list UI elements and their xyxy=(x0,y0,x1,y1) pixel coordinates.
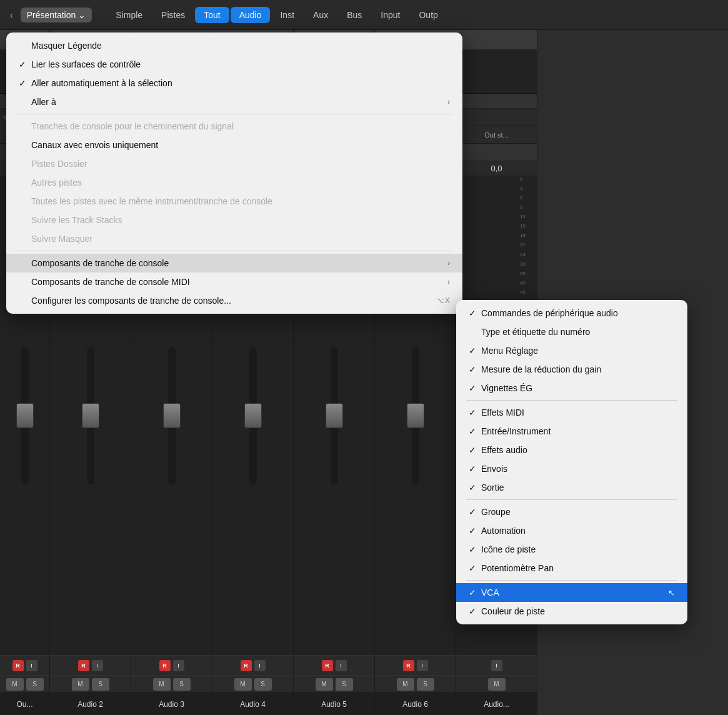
sub-type-etiquette[interactable]: Type et étiquette du numéro xyxy=(456,322,687,341)
record-button-1[interactable]: R xyxy=(12,660,24,671)
input-button-1[interactable]: I xyxy=(26,660,37,671)
fader-thumb-2[interactable] xyxy=(82,403,99,428)
fader-track-3[interactable] xyxy=(168,347,176,484)
menu-label-aller-a: Aller à xyxy=(31,97,56,107)
tab-outp[interactable]: Outp xyxy=(410,7,446,23)
fader-track-1[interactable] xyxy=(21,347,29,484)
sub-check-commandes: ✓ xyxy=(469,308,481,318)
sub-separator-1 xyxy=(466,400,677,401)
sub-menu-reglage[interactable]: ✓ Menu Réglage xyxy=(456,341,687,360)
tab-inst[interactable]: Inst xyxy=(271,7,303,23)
menu-label-autres-pistes: Autres pistes xyxy=(31,178,82,188)
arrow-aller-a: › xyxy=(447,98,450,106)
sub-potentiometre-pan[interactable]: ✓ Potentiomètre Pan xyxy=(456,559,687,578)
solo-button-1[interactable]: S xyxy=(26,678,44,691)
tab-simple[interactable]: Simple xyxy=(107,7,151,23)
tab-aux[interactable]: Aux xyxy=(304,7,337,23)
record-button-5[interactable]: R xyxy=(322,660,333,671)
solo-button-5[interactable]: S xyxy=(336,678,353,691)
fader-track-2[interactable] xyxy=(87,347,94,484)
tab-tout[interactable]: Tout xyxy=(195,7,229,23)
menu-label-composants-midi: Composants de tranche de console MIDI xyxy=(31,277,190,287)
channel-in-7 xyxy=(456,94,537,109)
menu-suivre-stacks: Suivre les Track Stacks xyxy=(6,211,462,229)
sub-effets-midi[interactable]: ✓ Effets MIDI xyxy=(456,403,687,422)
menu-autres-pistes: Autres pistes xyxy=(6,173,462,192)
sub-label-vignettes: Vignettes ÉG xyxy=(481,383,532,393)
fader-track-5[interactable] xyxy=(331,347,338,484)
tab-pistes[interactable]: Pistes xyxy=(152,7,194,23)
shortcut-configurer: ⌥X xyxy=(436,296,450,305)
fader-thumb-1[interactable] xyxy=(16,403,34,428)
fader-thumb-6[interactable] xyxy=(407,403,424,428)
sub-entree-instrument[interactable]: ✓ Entrée/Instrument xyxy=(456,422,687,441)
input-button-6[interactable]: I xyxy=(417,660,428,671)
check-aller-auto: ✓ xyxy=(19,78,31,88)
arrow-composants: › xyxy=(447,259,450,268)
presentation-button[interactable]: Présentation ⌄ xyxy=(21,8,92,22)
sub-effets-audio[interactable]: ✓ Effets audio xyxy=(456,441,687,459)
channel-name-5: Audio 5 xyxy=(294,692,374,715)
sub-envois[interactable]: ✓ Envois xyxy=(456,459,687,478)
menu-aller-auto[interactable]: ✓ Aller automatiquement à la sélection xyxy=(6,74,462,92)
sub-vca[interactable]: ✓ VCA ↖ xyxy=(456,583,687,602)
sub-separator-2 xyxy=(466,499,677,500)
input-button-3[interactable]: I xyxy=(173,660,184,671)
back-arrow-icon[interactable]: ‹ xyxy=(5,8,18,22)
sub-groupe[interactable]: ✓ Groupe xyxy=(456,502,687,521)
menu-aller-a[interactable]: Aller à › xyxy=(6,92,462,111)
fader-track-6[interactable] xyxy=(412,347,419,484)
sub-automation[interactable]: ✓ Automation xyxy=(456,521,687,540)
mute-button-7[interactable]: M xyxy=(488,678,506,691)
menu-configurer-composants[interactable]: Configurer les composants de tranche de … xyxy=(6,291,462,310)
tab-bus[interactable]: Bus xyxy=(338,7,371,23)
sub-label-envois: Envois xyxy=(481,464,507,474)
channel-name-4: Audio 4 xyxy=(212,692,293,715)
menu-label-configurer: Configurer les composants de tranche de … xyxy=(31,296,231,306)
solo-button-2[interactable]: S xyxy=(92,678,109,691)
fader-thumb-5[interactable] xyxy=(326,403,343,428)
menu-label-suivre-stacks: Suivre les Track Stacks xyxy=(31,215,122,225)
input-button-4[interactable]: I xyxy=(254,660,266,671)
mute-button-6[interactable]: M xyxy=(397,678,414,691)
menu-suivre-masquer: Suivre Masquer xyxy=(6,229,462,248)
sub-commandes-audio[interactable]: ✓ Commandes de périphérique audio xyxy=(456,304,687,322)
menu-masquer-legende[interactable]: Masquer Légende xyxy=(6,36,462,55)
menu-composants-midi[interactable]: Composants de tranche de console MIDI › xyxy=(6,272,462,291)
menu-tranches-signal: Tranches de console pour le cheminement … xyxy=(6,117,462,136)
presentation-dropdown-icon: ⌄ xyxy=(78,10,86,20)
sub-vignettes-eg[interactable]: ✓ Vignettes ÉG xyxy=(456,379,687,398)
fader-track-4[interactable] xyxy=(249,347,257,484)
record-button-3[interactable]: R xyxy=(159,660,171,671)
record-button-4[interactable]: R xyxy=(241,660,252,671)
sub-check-mesure: ✓ xyxy=(469,364,481,374)
tab-input[interactable]: Input xyxy=(372,7,409,23)
sub-icone-piste[interactable]: ✓ Icône de piste xyxy=(456,540,687,559)
sub-check-vignettes: ✓ xyxy=(469,383,481,393)
fader-thumb-4[interactable] xyxy=(244,403,262,428)
channel-ms-row-5: M S xyxy=(294,675,374,692)
solo-button-4[interactable]: S xyxy=(254,678,272,691)
menu-lier-surfaces[interactable]: ✓ Lier les surfaces de contrôle xyxy=(6,55,462,74)
solo-button-6[interactable]: S xyxy=(417,678,434,691)
input-button-2[interactable]: I xyxy=(92,660,103,671)
menu-canaux-envois[interactable]: Canaux avec envois uniquement xyxy=(6,136,462,154)
sub-couleur-piste[interactable]: ✓ Couleur de piste xyxy=(456,602,687,621)
mute-button-1[interactable]: M xyxy=(6,678,24,691)
tab-audio[interactable]: Audio xyxy=(231,7,271,23)
mute-button-2[interactable]: M xyxy=(72,678,89,691)
sub-sortie[interactable]: ✓ Sortie xyxy=(456,478,687,497)
mute-button-4[interactable]: M xyxy=(234,678,252,691)
fader-thumb-3[interactable] xyxy=(163,403,181,428)
record-button-6[interactable]: R xyxy=(403,660,414,671)
record-button-2[interactable]: R xyxy=(78,660,89,671)
menu-composants-console[interactable]: Composants de tranche de console › xyxy=(6,254,462,272)
sub-check-automation: ✓ xyxy=(469,526,481,536)
menu-label-tranches: Tranches de console pour le cheminement … xyxy=(31,121,234,131)
input-button-5[interactable]: I xyxy=(336,660,347,671)
mute-button-3[interactable]: M xyxy=(153,678,171,691)
sub-mesure-gain[interactable]: ✓ Mesure de la réduction du gain xyxy=(456,360,687,379)
input-button-7[interactable]: I xyxy=(491,660,502,671)
solo-button-3[interactable]: S xyxy=(173,678,191,691)
mute-button-5[interactable]: M xyxy=(316,678,333,691)
